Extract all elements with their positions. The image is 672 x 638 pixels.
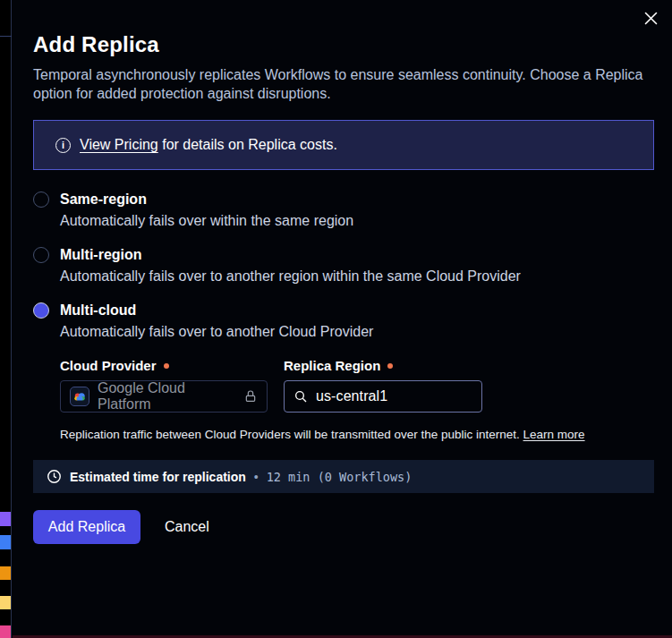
pricing-info-banner: i View Pricing for details on Replica co… bbox=[33, 120, 654, 170]
radio-circle-icon[interactable] bbox=[33, 247, 49, 263]
background-color-chip bbox=[0, 535, 11, 549]
required-dot-icon bbox=[164, 363, 169, 369]
replica-region-field: Replica Region us-central1 bbox=[284, 358, 482, 413]
multi-cloud-form: Cloud Provider Google Cloud Platform bbox=[60, 358, 654, 413]
required-dot-icon bbox=[387, 363, 393, 369]
modal-description: Temporal asynchronously replicates Workf… bbox=[33, 65, 649, 103]
option-multi-cloud: Multi-cloud Automatically fails over to … bbox=[33, 302, 654, 340]
replica-region-input[interactable]: us-central1 bbox=[284, 380, 482, 413]
radio-circle-icon[interactable] bbox=[33, 191, 49, 208]
clock-icon bbox=[47, 469, 62, 484]
lock-icon bbox=[243, 389, 258, 404]
background-color-chip bbox=[0, 566, 11, 580]
background-color-chip bbox=[0, 512, 11, 526]
estimate-label: Estimated time for replication bbox=[70, 470, 246, 484]
field-label-text: Cloud Provider bbox=[60, 358, 157, 373]
radio-same-region[interactable]: Same-region bbox=[33, 191, 654, 208]
add-replica-button[interactable]: Add Replica bbox=[33, 510, 140, 544]
search-icon bbox=[293, 389, 308, 404]
option-multi-region: Multi-region Automatically fails over to… bbox=[33, 247, 654, 285]
background-page-edge bbox=[0, 0, 12, 638]
estimate-value: 12 min (0 Workflows) bbox=[267, 470, 413, 484]
note-text: Replication traffic between Cloud Provid… bbox=[60, 428, 520, 441]
cancel-button[interactable]: Cancel bbox=[165, 519, 209, 535]
close-icon bbox=[644, 12, 658, 25]
modal-actions: Add Replica Cancel bbox=[33, 510, 654, 544]
option-label: Multi-region bbox=[60, 247, 142, 263]
radio-multi-cloud[interactable]: Multi-cloud bbox=[33, 302, 654, 319]
option-label: Multi-cloud bbox=[60, 302, 136, 319]
close-button[interactable] bbox=[640, 7, 661, 29]
google-cloud-logo-icon bbox=[70, 387, 89, 406]
add-replica-modal: Add Replica Temporal asynchronously repl… bbox=[13, 0, 672, 638]
pricing-banner-text: View Pricing for details on Replica cost… bbox=[80, 137, 337, 153]
view-pricing-link[interactable]: View Pricing bbox=[80, 137, 158, 152]
field-label-text: Replica Region bbox=[284, 358, 380, 373]
option-description: Automatically fails over within the same… bbox=[60, 213, 654, 229]
radio-circle-selected-icon[interactable] bbox=[33, 302, 49, 319]
replica-region-value: us-central1 bbox=[316, 388, 387, 404]
option-label: Same-region bbox=[60, 191, 147, 208]
learn-more-link[interactable]: Learn more bbox=[523, 428, 585, 441]
public-internet-note: Replication traffic between Cloud Provid… bbox=[60, 428, 654, 441]
background-color-chip bbox=[0, 625, 11, 638]
background-color-chip bbox=[0, 596, 11, 609]
page-title: Add Replica bbox=[33, 0, 654, 57]
background-divider bbox=[0, 36, 12, 37]
radio-multi-region[interactable]: Multi-region bbox=[33, 247, 654, 263]
estimate-banner: Estimated time for replication • 12 min … bbox=[33, 460, 654, 493]
replica-region-label: Replica Region bbox=[284, 358, 482, 373]
option-same-region: Same-region Automatically fails over wit… bbox=[33, 191, 654, 229]
cloud-provider-label: Cloud Provider bbox=[60, 358, 268, 373]
option-description: Automatically fails over to another Clou… bbox=[60, 324, 654, 340]
pricing-banner-rest: for details on Replica costs. bbox=[158, 137, 337, 152]
cloud-provider-field: Cloud Provider Google Cloud Platform bbox=[60, 358, 268, 413]
cloud-provider-value: Google Cloud Platform bbox=[98, 380, 230, 413]
info-icon: i bbox=[55, 138, 71, 153]
estimate-separator: • bbox=[254, 470, 259, 484]
cloud-provider-select[interactable]: Google Cloud Platform bbox=[60, 380, 268, 413]
option-description: Automatically fails over to another regi… bbox=[60, 268, 654, 285]
